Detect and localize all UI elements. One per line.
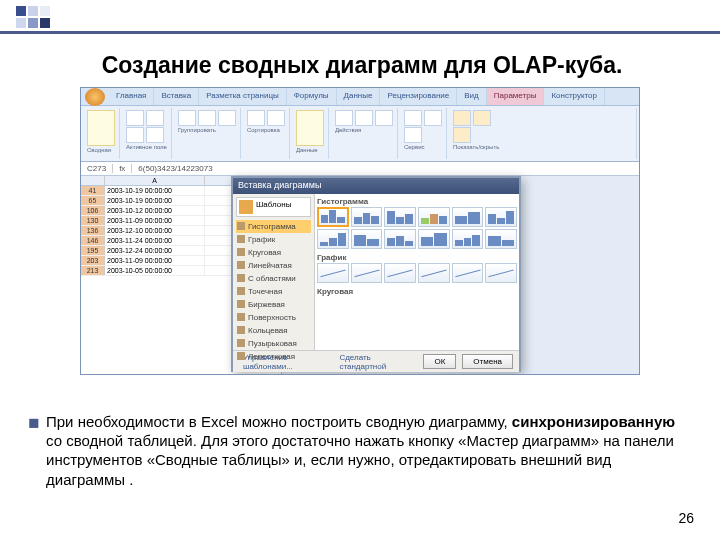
chart-category-item[interactable]: График — [236, 233, 311, 246]
ribbon-body: Сводная Активное поле Группировать Сорти… — [81, 106, 639, 162]
ribbon-tab[interactable]: Конструктор — [544, 88, 605, 105]
ribbon-tab[interactable]: Формулы — [287, 88, 337, 105]
cancel-button[interactable]: Отмена — [462, 354, 513, 369]
ok-button[interactable]: ОК — [423, 354, 456, 369]
chart-category-item[interactable]: Линейчатая — [236, 259, 311, 272]
chart-type-thumb[interactable] — [485, 229, 517, 249]
dialog-main: Гистограмма График — [315, 194, 519, 350]
chart-category-item[interactable]: Биржевая — [236, 298, 311, 311]
chart-type-thumb[interactable] — [317, 207, 349, 227]
ribbon-button[interactable] — [453, 110, 471, 126]
ribbon-button[interactable] — [267, 110, 285, 126]
ribbon-tabs: Главная Вставка Разметка страницы Формул… — [81, 88, 639, 106]
ribbon-tab-active[interactable]: Параметры — [487, 88, 545, 105]
chart-category-item[interactable]: Лепестковая — [236, 350, 311, 363]
ribbon-tab[interactable]: Данные — [337, 88, 381, 105]
dialog-title: Вставка диаграммы — [233, 178, 519, 194]
ribbon-tab[interactable]: Вид — [457, 88, 486, 105]
chart-category-item[interactable]: Поверхность — [236, 311, 311, 324]
chart-category-item[interactable]: С областями — [236, 272, 311, 285]
name-box[interactable]: C273 — [81, 164, 113, 173]
excel-screenshot: Главная Вставка Разметка страницы Формул… — [80, 87, 640, 375]
body-text-bold: синхронизированную — [512, 413, 675, 430]
ribbon-button[interactable] — [146, 127, 164, 143]
ribbon-button[interactable] — [404, 127, 422, 143]
ribbon-button[interactable] — [218, 110, 236, 126]
col-header[interactable]: A — [105, 176, 205, 185]
ribbon-tab[interactable]: Вставка — [154, 88, 199, 105]
ribbon-button[interactable] — [126, 127, 144, 143]
formula-bar: C273 fx 6(50)3423/14223073 — [81, 162, 639, 176]
col-header[interactable] — [81, 176, 105, 185]
folder-icon — [239, 200, 253, 214]
office-orb-icon[interactable] — [85, 88, 105, 106]
chart-type-thumb[interactable] — [452, 263, 484, 283]
ribbon-tab[interactable]: Разметка страницы — [199, 88, 287, 105]
ribbon-button[interactable] — [146, 110, 164, 126]
ribbon-button[interactable] — [178, 110, 196, 126]
ribbon-tab[interactable]: Главная — [109, 88, 154, 105]
chart-type-thumb[interactable] — [351, 229, 383, 249]
chart-section-title: График — [317, 252, 517, 263]
dialog-templates-header[interactable]: Шаблоны — [236, 197, 311, 217]
chart-type-thumb[interactable] — [485, 263, 517, 283]
ribbon-button[interactable] — [87, 110, 115, 146]
chart-type-thumb[interactable] — [317, 229, 349, 249]
chart-section-title: Круговая — [317, 286, 517, 297]
page-number: 26 — [678, 510, 694, 526]
dialog-sidebar: Шаблоны ГистограммаГрафикКруговаяЛинейча… — [233, 194, 315, 350]
chart-type-thumb[interactable] — [418, 229, 450, 249]
ribbon-button[interactable] — [247, 110, 265, 126]
chart-type-thumb[interactable] — [384, 229, 416, 249]
ribbon-button[interactable] — [453, 127, 471, 143]
chart-category-item[interactable]: Точечная — [236, 285, 311, 298]
slide-header-band — [0, 0, 720, 34]
formula-value[interactable]: 6(50)3423/14223073 — [132, 164, 218, 173]
chart-type-thumb[interactable] — [452, 229, 484, 249]
chart-category-item[interactable]: Гистограмма — [236, 220, 311, 233]
ribbon-button[interactable] — [355, 110, 373, 126]
ribbon-button[interactable] — [424, 110, 442, 126]
chart-section-title: Гистограмма — [317, 196, 517, 207]
chart-category-item[interactable]: Кольцевая — [236, 324, 311, 337]
decorative-squares — [16, 6, 50, 28]
chart-category-item[interactable]: Круговая — [236, 246, 311, 259]
ribbon-button[interactable] — [473, 110, 491, 126]
insert-chart-dialog: Вставка диаграммы Шаблоны ГистограммаГра… — [231, 176, 521, 372]
chart-type-thumb[interactable] — [485, 207, 517, 227]
ribbon-button[interactable] — [375, 110, 393, 126]
chart-type-thumb[interactable] — [317, 263, 349, 283]
ribbon-button[interactable] — [198, 110, 216, 126]
chart-type-thumb[interactable] — [384, 207, 416, 227]
slide-body-text: ◼ При необходимости в Excel можно постро… — [28, 412, 676, 489]
ribbon-tab[interactable]: Рецензирование — [380, 88, 457, 105]
ribbon-button[interactable] — [126, 110, 144, 126]
ribbon-button[interactable] — [404, 110, 422, 126]
body-text-part: При необходимости в Excel можно построит… — [46, 413, 512, 430]
ribbon-button[interactable] — [296, 110, 324, 146]
chart-type-thumb[interactable] — [351, 263, 383, 283]
chart-category-item[interactable]: Пузырьковая — [236, 337, 311, 350]
chart-type-thumb[interactable] — [351, 207, 383, 227]
chart-type-thumb[interactable] — [452, 207, 484, 227]
set-default-link[interactable]: Сделать стандартной — [335, 353, 411, 371]
body-text-part: со сводной таблицей. Для этого достаточн… — [46, 432, 674, 487]
ribbon-button[interactable] — [335, 110, 353, 126]
slide-title: Создание сводных диаграмм для OLAP-куба. — [36, 52, 688, 79]
chart-type-thumb[interactable] — [384, 263, 416, 283]
chart-type-thumb[interactable] — [418, 263, 450, 283]
chart-type-thumb[interactable] — [418, 207, 450, 227]
bullet-icon: ◼ — [28, 412, 46, 489]
